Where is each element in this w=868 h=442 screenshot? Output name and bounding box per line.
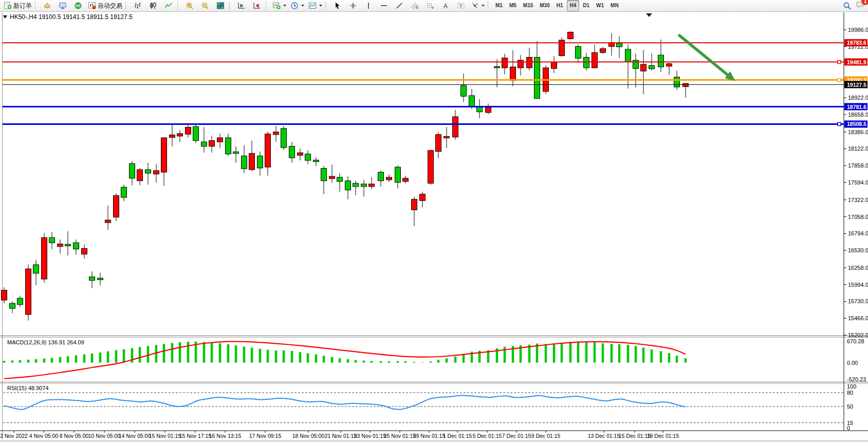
date-tick-label: 21 Nov 01:15 — [325, 433, 357, 439]
cursor-icon — [334, 2, 342, 10]
timeframe-h1-button[interactable]: H1 — [553, 0, 566, 11]
arrow-objects-icon — [471, 2, 479, 10]
candle-body — [65, 244, 71, 246]
date-tick-label: 25 Nov 01:15 — [384, 433, 416, 439]
timeframe-mn-button[interactable]: MN — [607, 0, 622, 11]
candle-body — [49, 237, 55, 243]
autotrading-button[interactable]: 自动交易 — [86, 0, 124, 11]
cursor-tool-button[interactable] — [330, 0, 345, 11]
line-handle[interactable] — [838, 61, 841, 64]
chart-title: HK50-,H4 19100.5 19141.5 18911.5 19127.5 — [3, 13, 133, 21]
indicators-button[interactable] — [306, 0, 324, 11]
signals-button[interactable] — [70, 0, 86, 11]
price-tag-label: 19481.9 — [847, 59, 866, 65]
timeframe-m1-button[interactable]: M1 — [492, 0, 506, 11]
hat-icon — [43, 2, 51, 10]
zoom-in-button[interactable] — [182, 0, 197, 11]
crosshair-tool-button[interactable] — [345, 0, 361, 11]
candle-body — [73, 243, 79, 249]
line-handle[interactable] — [838, 79, 841, 82]
timeframe-h4-button[interactable]: H4 — [567, 0, 580, 11]
autotrading-label: 自动交易 — [98, 2, 122, 10]
line-chart-button[interactable] — [161, 0, 176, 11]
price-tick-label: 19986.0 — [848, 27, 868, 33]
zoom-out-button[interactable] — [197, 0, 213, 11]
macd-scale-label: 0.00 — [847, 360, 858, 366]
timeframe-m15-button[interactable]: M15 — [520, 0, 536, 11]
candle-body — [137, 170, 143, 181]
candle-body — [428, 151, 434, 183]
tile-windows-button[interactable] — [213, 0, 228, 11]
price-tick-label: 17322.0 — [848, 197, 868, 203]
date-tick-label: 18 Nov 05:00 — [292, 433, 325, 439]
candle-body — [345, 181, 351, 190]
candle-body — [121, 187, 127, 197]
candle-body — [313, 160, 319, 161]
date-tick-label: 29 Nov 01:15 — [413, 433, 446, 439]
candle-body — [2, 290, 7, 300]
crosshair-icon — [349, 2, 357, 10]
channel-tool-button[interactable]: E — [407, 0, 422, 11]
candle-body — [576, 46, 581, 58]
timeframe-w1-button[interactable]: W1 — [593, 0, 607, 11]
candle-body — [186, 127, 191, 134]
candle-body — [33, 265, 39, 273]
timeframe-m30-button[interactable]: M30 — [537, 0, 552, 11]
signal-icon — [74, 2, 82, 10]
candle-body — [683, 83, 689, 86]
rsi-scale-label: 0 — [847, 425, 850, 431]
candle-body — [329, 176, 335, 178]
dropdown-caret-icon — [283, 5, 286, 7]
line-handle[interactable] — [838, 122, 841, 125]
date-tick-label: 9 Dec 01:15 — [531, 433, 561, 439]
timeframe-d1-button[interactable]: D1 — [580, 0, 593, 11]
candlestick-chart-button[interactable] — [145, 0, 161, 11]
svg-text:E: E — [416, 6, 419, 9]
chart-area[interactable]: 19986.019722.018922.018658.018386.018122… — [0, 0, 868, 442]
candle-body — [26, 269, 31, 315]
candle-body — [386, 177, 392, 180]
horizontal-line-tool-button[interactable] — [376, 0, 392, 11]
toolbar-separator — [125, 2, 129, 10]
candle-body — [617, 43, 622, 47]
vertical-line-tool-button[interactable] — [361, 0, 376, 11]
chart-shift-button[interactable] — [234, 0, 249, 11]
timeframe-m5-button[interactable]: M5 — [506, 0, 520, 11]
text-tool-button[interactable]: A — [438, 0, 453, 11]
zoom-out-icon — [201, 2, 209, 10]
candle-body — [217, 138, 223, 142]
price-tick-label: 16530.0 — [848, 247, 868, 253]
line-chart-icon — [164, 2, 173, 10]
horizontal-line-icon — [380, 2, 388, 10]
candle-body — [649, 66, 655, 69]
candle-body — [625, 49, 631, 62]
new-order-button[interactable]: 新订单 — [2, 0, 34, 11]
trendline-tool-button[interactable] — [392, 0, 407, 11]
text-label-tool-button[interactable]: T — [453, 0, 469, 11]
fibonacci-tool-button[interactable]: F — [422, 0, 438, 11]
chart-title-collapse-icon[interactable] — [3, 15, 7, 19]
mql-community-button[interactable] — [40, 0, 55, 11]
arrows-tool-button[interactable] — [469, 0, 487, 11]
periods-button[interactable] — [288, 0, 306, 11]
date-tick-label: 8 Nov 05:00 — [60, 433, 89, 439]
date-tick-label: 17 Nov 09:15 — [249, 433, 282, 439]
candle-body — [281, 128, 287, 148]
chart-autoscroll-button[interactable] — [249, 0, 265, 11]
price-tag-label: 18781.6 — [847, 104, 866, 110]
toolbar-separator — [35, 2, 39, 10]
chart-shift-icon — [237, 2, 246, 10]
search-icon[interactable] — [843, 2, 852, 10]
trendline-icon — [395, 2, 403, 10]
candle-body — [193, 126, 199, 140]
virtual-hosting-button[interactable] — [55, 0, 70, 11]
monitor-icon — [59, 2, 67, 10]
bar-chart-button[interactable] — [130, 0, 145, 11]
notifications-button[interactable]: 1 — [856, 1, 865, 11]
date-tick-label: 5 Dec 01:15 — [473, 433, 502, 439]
candle-body — [233, 152, 239, 153]
candle-body — [226, 138, 231, 154]
candle-body — [641, 64, 647, 71]
new-chart-button[interactable] — [270, 0, 288, 11]
candle-body — [58, 244, 63, 247]
